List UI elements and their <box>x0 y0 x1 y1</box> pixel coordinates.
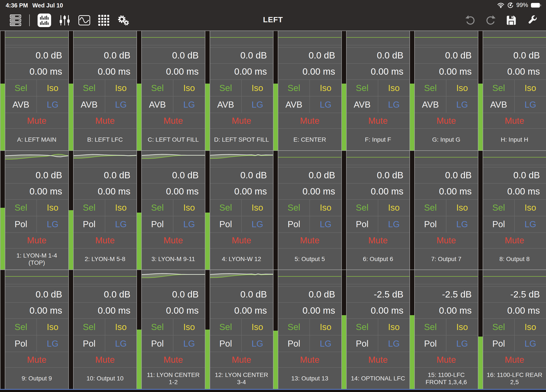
response-graph-button[interactable] <box>74 31 137 45</box>
response-graph-button[interactable] <box>483 31 546 45</box>
isolate-button[interactable]: Iso <box>37 319 68 335</box>
channel-label[interactable]: C: LEFT OUT FILL <box>142 128 205 150</box>
link-group-button[interactable]: LG <box>446 216 478 232</box>
meters-view-button-selected[interactable] <box>38 13 51 27</box>
avb-pol-button[interactable]: Pol <box>278 335 310 352</box>
link-group-button[interactable]: LG <box>37 96 68 113</box>
mute-button[interactable]: Mute <box>5 113 68 128</box>
channel-label[interactable]: B: LEFT LFC <box>74 128 137 150</box>
channel-label[interactable]: 7: Output 7 <box>415 248 478 270</box>
response-graph-button[interactable] <box>278 151 341 165</box>
isolate-button[interactable]: Iso <box>514 80 546 96</box>
avb-pol-button[interactable]: Pol <box>210 216 241 232</box>
isolate-button[interactable]: Iso <box>241 319 273 335</box>
avb-pol-button[interactable]: Pol <box>142 335 173 352</box>
link-group-button[interactable]: LG <box>378 335 410 352</box>
gain-value[interactable]: 0.0 dB <box>210 167 273 183</box>
link-group-button[interactable]: LG <box>378 96 410 113</box>
avb-pol-button[interactable]: Pol <box>278 216 310 232</box>
avb-pol-button[interactable]: Pol <box>483 216 514 232</box>
isolate-button[interactable]: Iso <box>37 80 68 96</box>
mute-button[interactable]: Mute <box>415 232 478 248</box>
isolate-button[interactable]: Iso <box>105 200 136 216</box>
isolate-button[interactable]: Iso <box>173 80 205 96</box>
gain-value[interactable]: 0.0 dB <box>142 47 205 63</box>
gain-value[interactable]: 0.0 dB <box>142 286 205 302</box>
response-graph-button[interactable] <box>5 151 68 165</box>
avb-pol-button[interactable]: AVB <box>142 96 173 113</box>
eq-view-button[interactable] <box>78 15 91 26</box>
avb-pol-button[interactable]: Pol <box>415 216 446 232</box>
select-button[interactable]: Sel <box>415 319 446 335</box>
avb-pol-button[interactable]: Pol <box>142 216 173 232</box>
response-graph-button[interactable] <box>278 31 341 45</box>
isolate-button[interactable]: Iso <box>37 200 68 216</box>
mute-button[interactable]: Mute <box>210 113 273 128</box>
tools-button[interactable] <box>526 15 537 26</box>
gain-value[interactable]: -2.5 dB <box>415 286 478 302</box>
gain-value[interactable]: 0.0 dB <box>210 47 273 63</box>
delay-value[interactable]: 0.00 ms <box>278 63 341 79</box>
avb-pol-button[interactable]: AVB <box>483 96 514 113</box>
delay-value[interactable]: 0.00 ms <box>483 63 546 79</box>
response-graph-button[interactable] <box>5 31 68 45</box>
link-group-button[interactable]: LG <box>514 96 546 113</box>
gain-value[interactable]: 0.0 dB <box>5 286 68 302</box>
save-button[interactable] <box>506 15 517 26</box>
select-button[interactable]: Sel <box>5 80 37 96</box>
gain-value[interactable]: -2.5 dB <box>347 286 410 302</box>
select-button[interactable]: Sel <box>74 319 105 335</box>
response-graph-button[interactable] <box>74 270 137 284</box>
link-group-button[interactable]: LG <box>310 216 341 232</box>
delay-value[interactable]: 0.00 ms <box>415 183 478 199</box>
channel-label[interactable]: 15: 1100-LFC FRONT 1,3,4,6 <box>415 367 478 389</box>
delay-value[interactable]: 0.00 ms <box>347 302 410 318</box>
channel-label[interactable]: 14: OPTIONAL LFC <box>347 367 410 389</box>
isolate-button[interactable]: Iso <box>105 319 136 335</box>
faders-view-button[interactable] <box>59 14 70 26</box>
channel-label[interactable]: 13: Output 13 <box>278 367 341 389</box>
avb-pol-button[interactable]: AVB <box>347 96 378 113</box>
gain-value[interactable]: 0.0 dB <box>347 47 410 63</box>
isolate-button[interactable]: Iso <box>446 80 478 96</box>
select-button[interactable]: Sel <box>74 80 105 96</box>
select-button[interactable]: Sel <box>483 200 514 216</box>
avb-pol-button[interactable]: AVB <box>415 96 446 113</box>
link-group-button[interactable]: LG <box>173 335 205 352</box>
gain-value[interactable]: 0.0 dB <box>483 167 546 183</box>
mute-button[interactable]: Mute <box>210 352 273 367</box>
channel-label[interactable]: 3: LYON-M 9-11 <box>142 248 205 270</box>
gain-value[interactable]: 0.0 dB <box>74 286 137 302</box>
channel-label[interactable]: 8: Output 8 <box>483 248 546 270</box>
delay-value[interactable]: 0.00 ms <box>74 302 137 318</box>
avb-pol-button[interactable]: Pol <box>74 335 105 352</box>
response-graph-button[interactable] <box>74 151 137 165</box>
avb-pol-button[interactable]: AVB <box>278 96 310 113</box>
link-group-button[interactable]: LG <box>173 96 205 113</box>
link-group-button[interactable]: LG <box>241 96 273 113</box>
gain-value[interactable]: 0.0 dB <box>142 167 205 183</box>
mute-button[interactable]: Mute <box>142 232 205 248</box>
link-group-button[interactable]: LG <box>105 216 136 232</box>
isolate-button[interactable]: Iso <box>241 80 273 96</box>
mute-button[interactable]: Mute <box>347 113 410 128</box>
gain-value[interactable]: 0.0 dB <box>483 47 546 63</box>
delay-value[interactable]: 0.00 ms <box>210 63 273 79</box>
channel-label[interactable]: G: Input G <box>415 128 478 150</box>
response-graph-button[interactable] <box>347 31 410 45</box>
response-graph-button[interactable] <box>347 151 410 165</box>
channel-label[interactable]: 9: Output 9 <box>5 367 68 389</box>
select-button[interactable]: Sel <box>483 80 514 96</box>
mute-button[interactable]: Mute <box>5 352 68 367</box>
isolate-button[interactable]: Iso <box>378 319 410 335</box>
gain-value[interactable]: 0.0 dB <box>415 47 478 63</box>
delay-value[interactable]: 0.00 ms <box>278 183 341 199</box>
select-button[interactable]: Sel <box>347 319 378 335</box>
delay-value[interactable]: 0.00 ms <box>483 302 546 318</box>
channel-label[interactable]: 10: Output 10 <box>74 367 137 389</box>
link-group-button[interactable]: LG <box>105 335 136 352</box>
response-graph-button[interactable] <box>483 270 546 284</box>
select-button[interactable]: Sel <box>5 319 37 335</box>
avb-pol-button[interactable]: Pol <box>210 335 241 352</box>
link-group-button[interactable]: LG <box>241 216 273 232</box>
